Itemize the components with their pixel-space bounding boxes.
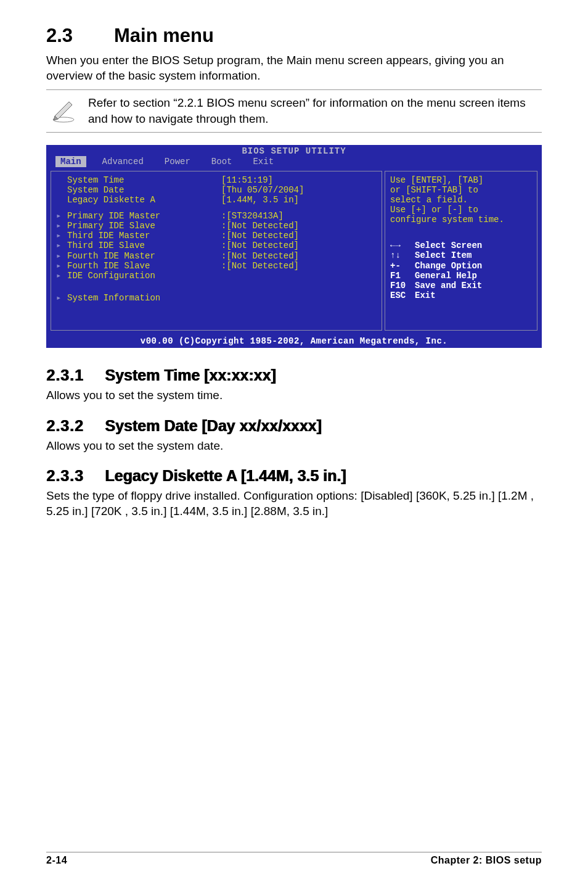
bios-field-label: System Information — [67, 293, 221, 303]
bios-field-label: System Time — [67, 175, 221, 185]
legend-action: Save and Exit — [415, 281, 482, 291]
bios-submenu-primary-ide-master[interactable]: ▸ Primary IDE Master :[ST320413A] — [56, 211, 377, 221]
bios-field-value: :[ST320413A] — [221, 211, 284, 221]
bios-tab-boot[interactable]: Boot — [206, 156, 237, 167]
bios-tab-power[interactable]: Power — [160, 156, 195, 167]
bios-field-label: Primary IDE Slave — [67, 221, 221, 231]
section-heading: 2.3Main menu — [46, 25, 542, 47]
bios-help-line: Use [+] or [-] to — [390, 205, 532, 215]
bios-field-label: Third IDE Slave — [67, 241, 221, 250]
bios-field-label: IDE Configuration — [67, 271, 221, 281]
subsection-heading: 2.3.1System Time [xx:xx:xx] — [46, 366, 542, 384]
triangle-right-icon: ▸ — [56, 221, 67, 231]
bios-submenu-ide-configuration[interactable]: ▸ IDE Configuration — [56, 271, 377, 281]
triangle-right-icon: ▸ — [56, 261, 67, 271]
svg-marker-1 — [55, 102, 72, 119]
subsection-body: Sets the type of floppy drive installed.… — [46, 489, 542, 519]
legend-key: +- — [390, 261, 415, 271]
legend-action: Select Screen — [415, 241, 482, 250]
bios-submenu-fourth-ide-slave[interactable]: ▸ Fourth IDE Slave :[Not Detected] — [56, 261, 377, 271]
triangle-right-icon: ▸ — [56, 271, 67, 281]
subsection-heading: 2.3.3Legacy Diskette A [1.44M, 3.5 in.] — [46, 467, 542, 485]
bios-field-value: :[Not Detected] — [221, 231, 299, 241]
bios-field-value: [Thu 05/07/2004] — [221, 185, 304, 195]
bios-submenu-primary-ide-slave[interactable]: ▸ Primary IDE Slave :[Not Detected] — [56, 221, 377, 231]
bios-help-line: select a field. — [390, 195, 532, 205]
bios-help-line: configure system time. — [390, 215, 532, 225]
page-footer: 2-14 Chapter 2: BIOS setup — [46, 852, 542, 866]
bios-title: BIOS SETUP UTILITY — [47, 146, 541, 156]
bios-field-value: :[Not Detected] — [221, 221, 299, 231]
bios-tab-bar: Main Advanced Power Boot Exit — [47, 156, 541, 168]
bios-field-system-date[interactable]: System Date [Thu 05/07/2004] — [56, 185, 377, 195]
bios-help-line: Use [ENTER], [TAB] — [390, 175, 532, 185]
subsection-body: Allows you to set the system date. — [46, 439, 542, 454]
bios-help-panel: Use [ENTER], [TAB] or [SHIFT-TAB] to sel… — [385, 171, 537, 331]
legend-action: Exit — [415, 291, 436, 300]
bios-field-label: Primary IDE Master — [67, 211, 221, 221]
bios-help-line: or [SHIFT-TAB] to — [390, 185, 532, 195]
intro-paragraph: When you enter the BIOS Setup program, t… — [46, 53, 542, 83]
legend-action: Select Item — [415, 250, 472, 260]
bios-field-label: Fourth IDE Slave — [67, 261, 221, 271]
bios-submenu-system-information[interactable]: ▸ System Information — [56, 293, 377, 303]
subsection-number: 2.3.1 — [46, 366, 105, 384]
bios-field-label: Third IDE Master — [67, 231, 221, 241]
bios-field-value: :[Not Detected] — [221, 241, 299, 250]
section-title: Main menu — [114, 25, 214, 46]
subsection-title: System Time [xx:xx:xx] — [105, 366, 276, 384]
note-text: Refer to section “2.2.1 BIOS menu screen… — [81, 95, 542, 126]
legend-key: ESC — [390, 291, 415, 300]
bios-copyright-footer: v00.00 (C)Copyright 1985-2002, American … — [47, 336, 541, 347]
bios-tab-advanced[interactable]: Advanced — [97, 156, 149, 167]
section-number: 2.3 — [46, 25, 114, 47]
triangle-right-icon: ▸ — [56, 251, 67, 261]
bios-field-value: [1.44M, 3.5 in] — [221, 195, 299, 205]
bios-field-value: :[Not Detected] — [221, 261, 299, 271]
bios-submenu-fourth-ide-master[interactable]: ▸ Fourth IDE Master :[Not Detected] — [56, 251, 377, 261]
legend-key: ←→ — [390, 241, 415, 250]
bios-submenu-third-ide-master[interactable]: ▸ Third IDE Master :[Not Detected] — [56, 231, 377, 241]
triangle-right-icon: ▸ — [56, 231, 67, 241]
bios-field-label: Legacy Diskette A — [67, 195, 221, 205]
bios-field-legacy-diskette[interactable]: Legacy Diskette A [1.44M, 3.5 in] — [56, 195, 377, 205]
pencil-note-icon — [46, 95, 81, 123]
legend-key: F10 — [390, 281, 415, 291]
subsection-body: Allows you to set the system time. — [46, 388, 542, 403]
subsection-heading: 2.3.2System Date [Day xx/xx/xxxx] — [46, 417, 542, 435]
subsection-number: 2.3.3 — [46, 467, 105, 485]
bios-left-panel: System Time [11:51:19] System Date [Thu … — [51, 171, 382, 331]
bios-tab-exit[interactable]: Exit — [248, 156, 279, 167]
legend-action: General Help — [415, 271, 477, 281]
bios-tab-main[interactable]: Main — [55, 156, 86, 167]
bios-field-value: :[Not Detected] — [221, 251, 299, 261]
legend-key: F1 — [390, 271, 415, 281]
subsection-number: 2.3.2 — [46, 417, 105, 435]
bios-field-value: [11:51:19] — [221, 175, 273, 185]
bios-key-legend: ←→Select Screen ↑↓Select Item +-Change O… — [390, 241, 532, 300]
note-block: Refer to section “2.2.1 BIOS menu screen… — [46, 89, 542, 132]
chapter-label: Chapter 2: BIOS setup — [431, 855, 542, 866]
bios-field-system-time[interactable]: System Time [11:51:19] — [56, 175, 377, 185]
legend-action: Change Option — [415, 261, 482, 271]
bios-screenshot: BIOS SETUP UTILITY Main Advanced Power B… — [46, 145, 542, 348]
triangle-right-icon: ▸ — [56, 293, 67, 303]
bios-field-label: System Date — [67, 185, 221, 195]
subsection-title: System Date [Day xx/xx/xxxx] — [105, 417, 322, 434]
legend-key: ↑↓ — [390, 250, 415, 260]
page-number: 2-14 — [46, 855, 67, 866]
bios-field-label: Fourth IDE Master — [67, 251, 221, 261]
bios-submenu-third-ide-slave[interactable]: ▸ Third IDE Slave :[Not Detected] — [56, 241, 377, 250]
triangle-right-icon: ▸ — [56, 211, 67, 221]
subsection-title: Legacy Diskette A [1.44M, 3.5 in.] — [105, 467, 346, 484]
triangle-right-icon: ▸ — [56, 241, 67, 250]
